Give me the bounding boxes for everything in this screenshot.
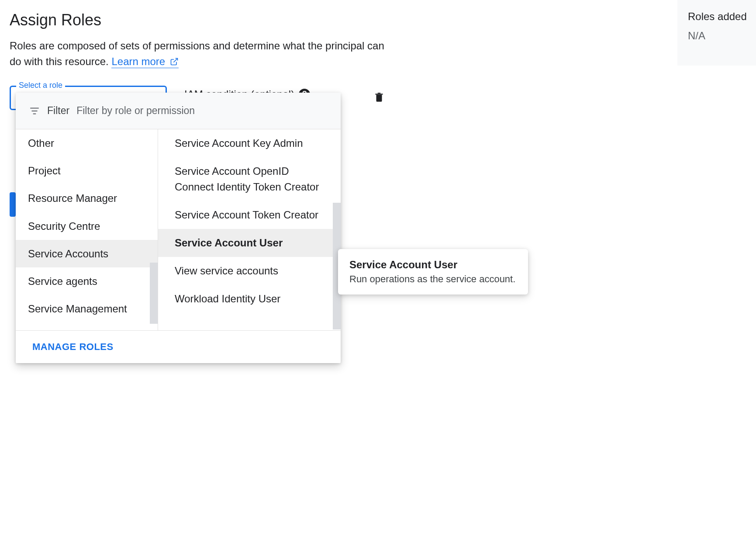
filter-placeholder: Filter by role or permission <box>76 105 195 117</box>
role-lists: Other Project Resource Manager Security … <box>16 129 341 330</box>
roles-added-title: Roles added <box>688 10 756 23</box>
role-category-item[interactable]: Security Centre <box>16 212 158 240</box>
role-category-item[interactable]: Other <box>16 129 158 157</box>
dropdown-footer: MANAGE ROLES <box>16 330 341 363</box>
page-description: Roles are composed of sets of permission… <box>0 29 402 70</box>
tooltip-description: Run operations as the service account. <box>349 274 517 285</box>
filter-label: Filter <box>47 105 69 117</box>
role-item[interactable]: View service accounts <box>158 257 341 285</box>
role-list[interactable]: Service Account Key Admin Service Accoun… <box>158 129 341 330</box>
role-category-item[interactable]: Service Management <box>16 295 158 322</box>
role-selector-dropdown: Filter Filter by role or permission Othe… <box>16 93 341 363</box>
role-item[interactable]: Service Account Key Admin <box>158 129 341 157</box>
role-item[interactable]: Service Account OpenID Connect Identity … <box>158 157 341 201</box>
role-item[interactable]: Service Account Token Creator <box>158 201 341 229</box>
description-text: Roles are composed of sets of permission… <box>10 40 384 67</box>
manage-roles-link[interactable]: MANAGE ROLES <box>32 341 114 352</box>
tooltip-title: Service Account User <box>349 259 517 271</box>
role-category-item[interactable]: Service agents <box>16 267 158 295</box>
learn-more-label: Learn more <box>111 55 165 67</box>
delete-role-button[interactable] <box>373 86 385 105</box>
roles-added-value: N/A <box>688 30 756 42</box>
select-role-label: Select a role <box>16 81 65 90</box>
external-link-icon <box>170 55 179 70</box>
role-category-item[interactable]: Resource Manager <box>16 184 158 212</box>
role-item[interactable]: Workload Identity User <box>158 285 341 313</box>
role-category-item[interactable]: Service Accounts <box>16 240 158 267</box>
role-category-list[interactable]: Other Project Resource Manager Security … <box>16 129 158 330</box>
scrollbar[interactable] <box>150 263 158 324</box>
filter-icon <box>29 105 40 117</box>
role-tooltip: Service Account User Run operations as t… <box>338 249 528 295</box>
filter-row[interactable]: Filter Filter by role or permission <box>16 93 341 129</box>
role-category-item[interactable]: Project <box>16 157 158 184</box>
roles-added-sidebar: Roles added N/A <box>677 0 756 66</box>
trash-icon <box>373 91 385 103</box>
learn-more-link[interactable]: Learn more <box>111 55 178 68</box>
page-title: Assign Roles <box>0 0 756 29</box>
role-item[interactable]: Service Account User <box>158 229 341 257</box>
svg-line-0 <box>173 58 177 62</box>
add-another-role-button[interactable] <box>10 192 16 217</box>
